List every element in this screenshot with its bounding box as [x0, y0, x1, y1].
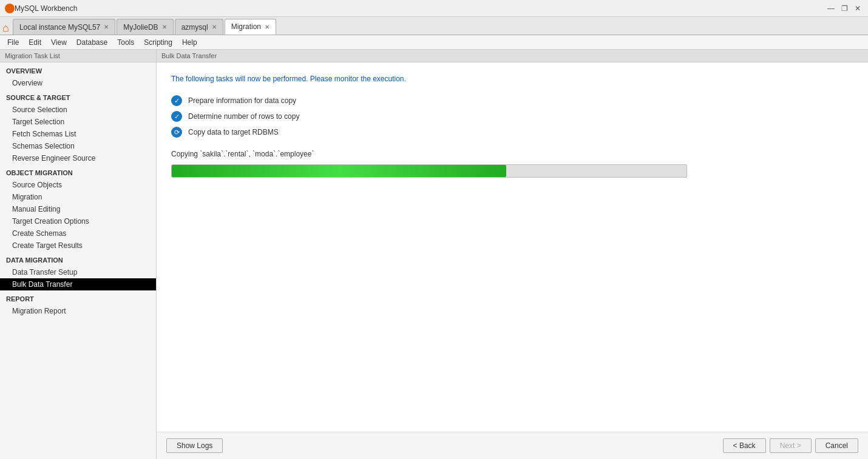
- tab-label-tab-myjolie: MyJolieDB: [123, 23, 158, 32]
- menu-bar: FileEditViewDatabaseToolsScriptingHelp: [0, 35, 868, 50]
- sidebar-item-bulk-data-transfer[interactable]: Bulk Data Transfer: [0, 278, 156, 290]
- sidebar-item-manual-editing[interactable]: Manual Editing: [0, 203, 156, 215]
- sidebar-item-migration-report[interactable]: Migration Report: [0, 305, 156, 317]
- sidebar-item-fetch-schemas[interactable]: Fetch Schemas List: [0, 128, 156, 140]
- sidebar-item-source-selection[interactable]: Source Selection: [0, 104, 156, 116]
- sidebar-item-target-selection[interactable]: Target Selection: [0, 116, 156, 128]
- cancel-button[interactable]: Cancel: [815, 438, 858, 453]
- menu-item-database[interactable]: Database: [72, 37, 112, 48]
- sidebar-item-source-objects[interactable]: Source Objects: [0, 179, 156, 191]
- minimize-button[interactable]: —: [826, 3, 836, 14]
- tab-close-tab-migration[interactable]: ✕: [265, 24, 270, 30]
- task-item-task-determine: ✓Determine number of rows to copy: [171, 111, 853, 122]
- tab-tab-migration[interactable]: Migration✕: [225, 19, 276, 35]
- menu-item-view[interactable]: View: [46, 37, 72, 48]
- app-icon: [5, 4, 15, 13]
- sidebar-item-overview[interactable]: Overview: [0, 77, 156, 89]
- tab-tab-azmysql[interactable]: azmysql✕: [175, 19, 223, 35]
- sidebar-section-report: REPORT: [0, 290, 156, 305]
- tab-close-tab-myjolie[interactable]: ✕: [162, 24, 167, 30]
- menu-item-edit[interactable]: Edit: [24, 37, 46, 48]
- sidebar-item-reverse-engineer[interactable]: Reverse Engineer Source: [0, 152, 156, 164]
- task-icon-task-prepare: ✓: [171, 95, 182, 106]
- menu-item-help[interactable]: Help: [177, 37, 202, 48]
- title-bar-controls: — ❐ ✕: [826, 3, 863, 14]
- tab-label-tab-home: Local instance MySQL57: [19, 23, 100, 32]
- progress-bar-container: [171, 164, 687, 178]
- menu-item-file[interactable]: File: [2, 37, 24, 48]
- sidebar-item-create-target-results[interactable]: Create Target Results: [0, 240, 156, 252]
- show-logs-button[interactable]: Show Logs: [166, 438, 223, 453]
- main-layout: Migration Task List OVERVIEWOverviewSOUR…: [0, 50, 868, 459]
- sidebar-item-schemas-selection[interactable]: Schemas Selection: [0, 140, 156, 152]
- sidebar-header: Migration Task List: [0, 50, 156, 62]
- sidebar-item-create-schemas[interactable]: Create Schemas: [0, 227, 156, 240]
- sidebar-item-data-transfer-setup[interactable]: Data Transfer Setup: [0, 266, 156, 278]
- menu-item-tools[interactable]: Tools: [112, 37, 139, 48]
- intro-text: The following tasks will now be performe…: [171, 75, 853, 83]
- sidebar-section-source--target: SOURCE & TARGET: [0, 89, 156, 104]
- task-icon-task-determine: ✓: [171, 111, 182, 122]
- footer-left: Show Logs: [166, 438, 223, 453]
- content-header: Bulk Data Transfer: [157, 50, 868, 62]
- content-body: The following tasks will now be performe…: [157, 62, 868, 432]
- back-button[interactable]: < Back: [723, 438, 766, 453]
- tab-close-tab-azmysql[interactable]: ✕: [212, 24, 217, 30]
- task-label-task-determine: Determine number of rows to copy: [188, 112, 299, 121]
- sidebar-section-data-migration: DATA MIGRATION: [0, 252, 156, 266]
- task-label-task-copy: Copy data to target RDBMS: [188, 128, 279, 136]
- sidebar: Migration Task List OVERVIEWOverviewSOUR…: [0, 50, 157, 459]
- sidebar-section-overview: OVERVIEW: [0, 62, 156, 77]
- tab-bar: ⌂ Local instance MySQL57✕MyJolieDB✕azmys…: [0, 17, 868, 35]
- content-footer: Show Logs < Back Next > Cancel: [157, 432, 868, 459]
- sidebar-section-object-migration: OBJECT MIGRATION: [0, 164, 156, 179]
- close-button[interactable]: ✕: [852, 3, 863, 14]
- sidebar-item-migration[interactable]: Migration: [0, 191, 156, 203]
- menu-item-scripting[interactable]: Scripting: [139, 37, 177, 48]
- task-label-task-prepare: Prepare information for data copy: [188, 96, 296, 105]
- progress-bar-fill: [172, 165, 506, 177]
- restore-button[interactable]: ❐: [839, 3, 850, 14]
- footer-right: < Back Next > Cancel: [723, 438, 858, 453]
- tab-tab-myjolie[interactable]: MyJolieDB✕: [117, 19, 173, 35]
- task-item-task-copy: ⟳Copy data to target RDBMS: [171, 127, 853, 138]
- task-list: ✓Prepare information for data copy✓Deter…: [171, 95, 853, 138]
- tab-label-tab-azmysql: azmysql: [181, 23, 208, 32]
- sidebar-item-target-creation-options[interactable]: Target Creation Options: [0, 215, 156, 227]
- title-bar-text: MySQL Workbench: [15, 4, 826, 13]
- task-item-task-prepare: ✓Prepare information for data copy: [171, 95, 853, 106]
- copy-status: Copying `sakila`.`rental`, `moda`.`emplo…: [171, 150, 853, 158]
- home-icon[interactable]: ⌂: [2, 22, 9, 35]
- task-icon-task-copy: ⟳: [171, 127, 182, 138]
- tab-close-tab-home[interactable]: ✕: [104, 24, 109, 30]
- title-bar: MySQL Workbench — ❐ ✕: [0, 0, 868, 17]
- tab-tab-home[interactable]: Local instance MySQL57✕: [13, 19, 115, 35]
- tab-label-tab-migration: Migration: [231, 22, 261, 31]
- content-area: Bulk Data Transfer The following tasks w…: [157, 50, 868, 459]
- next-button[interactable]: Next >: [770, 438, 812, 453]
